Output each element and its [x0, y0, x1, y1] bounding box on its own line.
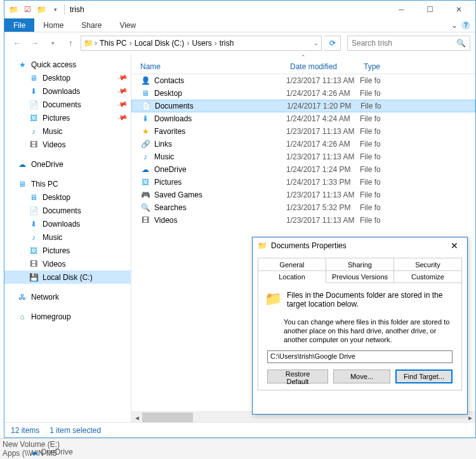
file-name: Videos [154, 216, 177, 225]
music-icon: ♪ [140, 152, 150, 162]
sidebar-homegroup[interactable]: ⌂Homegroup [4, 310, 131, 323]
file-row[interactable]: 📄Documents1/24/2017 1:20 PMFile fo [131, 100, 475, 112]
file-row[interactable]: ★Favorites1/23/2017 11:13 AMFile fo [131, 125, 475, 138]
desktop-icon: 🖥 [140, 88, 150, 98]
pictures-icon: 🖼 [140, 177, 150, 187]
chevron-right-icon[interactable]: › [187, 39, 189, 48]
file-type: File fo [360, 152, 475, 161]
address-bar[interactable]: 📁 › This PC › Local Disk (C:) › Users › … [81, 36, 322, 51]
pc-icon: 🖥 [17, 179, 27, 189]
scroll-thumb[interactable] [142, 413, 193, 422]
file-row[interactable]: 🔍Searches1/23/2017 5:32 PMFile fo [131, 201, 475, 214]
file-row[interactable]: 🔗Links1/24/2017 4:26 AMFile fo [131, 138, 475, 150]
navigation-pane: ★Quick access 🖥Desktop📌 ⬇Downloads📌 📄Doc… [4, 54, 131, 422]
favorites-icon: ★ [140, 126, 150, 136]
file-row[interactable]: 🖥Desktop1/24/2017 4:26 AMFile fo [131, 87, 475, 100]
recent-dropdown-icon[interactable]: ▾ [45, 36, 60, 51]
minimize-button[interactable]: ─ [387, 1, 416, 18]
scroll-left-icon[interactable]: ◂ [131, 412, 142, 422]
file-row[interactable]: 🖼Pictures1/24/2017 1:33 PMFile fo [131, 176, 475, 189]
file-date: 1/23/2017 11:13 AM [286, 127, 360, 136]
sidebar-videos[interactable]: 🎞Videos [4, 138, 131, 151]
file-row[interactable]: ⬇Downloads1/24/2017 4:24 AMFile fo [131, 112, 475, 125]
qat-newfolder-icon[interactable]: 📁 [35, 3, 48, 16]
qat-properties-icon[interactable]: ☑ [21, 3, 34, 16]
sidebar-pc-pictures[interactable]: 🖼Pictures [4, 244, 131, 257]
tab-security[interactable]: Security [394, 258, 462, 270]
breadcrumb-users[interactable]: Users [190, 39, 213, 48]
pin-icon: 📌 [117, 85, 129, 96]
chevron-right-icon[interactable]: › [129, 39, 132, 48]
file-row[interactable]: ☁OneDrive1/24/2017 1:24 PMFile fo [131, 163, 475, 176]
qat-dropdown-icon[interactable]: ▾ [49, 3, 62, 16]
sidebar-onedrive[interactable]: ☁OneDrive [4, 157, 131, 171]
tab-previous-versions[interactable]: Previous Versions [326, 270, 394, 283]
view-tab[interactable]: View [110, 18, 145, 32]
pin-icon: 📌 [117, 72, 129, 83]
tab-sharing[interactable]: Sharing [326, 258, 394, 270]
search-icon[interactable]: 🔍 [456, 39, 466, 48]
file-name: Saved Games [154, 190, 202, 199]
file-date: 1/23/2017 5:32 PM [286, 203, 360, 212]
maximize-button[interactable]: ☐ [416, 1, 444, 18]
chevron-right-icon[interactable]: › [95, 39, 97, 48]
restore-default-button[interactable]: Restore Default [267, 369, 328, 383]
file-row[interactable]: 🎞Videos1/23/2017 11:13 AMFile fo [131, 214, 475, 227]
sidebar-pictures[interactable]: 🖼Pictures📌 [4, 111, 131, 124]
tab-location[interactable]: Location [258, 270, 326, 283]
links-icon: 🔗 [140, 139, 150, 149]
refresh-button[interactable]: ⟳ [324, 36, 341, 51]
back-button[interactable]: ← [10, 36, 25, 51]
breadcrumb-trish[interactable]: trish [218, 39, 235, 48]
find-target-button[interactable]: Find Target... [395, 369, 453, 383]
column-name[interactable]: Name [131, 59, 286, 74]
location-path-input[interactable]: C:\Users\trish\Google Drive [267, 350, 453, 363]
sidebar-pc-desktop[interactable]: 🖥Desktop [4, 190, 131, 204]
column-date[interactable]: Date modified [286, 59, 360, 74]
column-type[interactable]: Type [360, 59, 475, 74]
chevron-right-icon[interactable]: › [215, 39, 217, 48]
sidebar-pc-downloads[interactable]: ⬇Downloads [4, 217, 131, 230]
close-button[interactable]: ✕ [444, 1, 473, 18]
quick-access[interactable]: ★Quick access [4, 58, 131, 71]
ribbon: File Home Share View ⌄ ? [4, 18, 475, 32]
location-info-text: Files in the Documents folder are stored… [287, 291, 455, 309]
help-icon[interactable]: ? [461, 21, 470, 30]
up-button[interactable]: ↑ [63, 36, 78, 51]
file-tab[interactable]: File [4, 18, 34, 32]
sidebar-local-disk[interactable]: 💾Local Disk (C:) [4, 270, 131, 284]
share-tab[interactable]: Share [72, 18, 110, 32]
file-row[interactable]: 👤Contacts1/23/2017 11:13 AMFile fo [131, 74, 475, 87]
sidebar-documents[interactable]: 📄Documents📌 [4, 98, 131, 111]
status-bar: 12 items 1 item selected [4, 422, 475, 437]
file-row[interactable]: 🎮Saved Games1/23/2017 11:13 AMFile fo [131, 189, 475, 201]
file-type: File fo [360, 127, 475, 136]
sidebar-desktop[interactable]: 🖥Desktop📌 [4, 71, 131, 84]
forward-button[interactable]: → [27, 36, 43, 51]
dialog-close-button[interactable]: ✕ [447, 239, 462, 252]
file-row[interactable]: ♪Music1/23/2017 11:13 AMFile fo [131, 150, 475, 163]
savedgames-icon: 🎮 [140, 190, 150, 200]
music-icon: ♪ [29, 126, 39, 136]
desktop-icon: 🖥 [29, 192, 39, 203]
home-tab[interactable]: Home [34, 18, 72, 32]
sidebar-pc-documents[interactable]: 📄Documents [4, 204, 131, 217]
file-date: 1/23/2017 11:13 AM [286, 152, 360, 161]
desktop-icon: 🖥 [29, 73, 39, 83]
sidebar-music[interactable]: ♪Music [4, 124, 131, 138]
sidebar-thispc[interactable]: 🖥This PC [4, 177, 131, 190]
tab-customize[interactable]: Customize [394, 270, 462, 283]
tab-general[interactable]: General [258, 258, 326, 270]
sidebar-downloads[interactable]: ⬇Downloads📌 [4, 84, 131, 98]
sidebar-pc-music[interactable]: ♪Music [4, 230, 131, 244]
move-button[interactable]: Move... [333, 369, 390, 383]
address-dropdown-icon[interactable]: ⌄ [314, 40, 319, 46]
dialog-titlebar: 📁 Documents Properties ✕ [253, 237, 467, 254]
file-name: Documents [155, 102, 194, 110]
ribbon-expand-icon[interactable]: ⌄ [451, 21, 458, 30]
sidebar-pc-videos[interactable]: 🎞Videos [4, 257, 131, 270]
breadcrumb-drive[interactable]: Local Disk (C:) [133, 39, 186, 48]
breadcrumb-thispc[interactable]: This PC [98, 39, 128, 48]
search-box[interactable]: Search trish 🔍 [347, 36, 470, 51]
sidebar-network[interactable]: 🖧Network [4, 290, 131, 303]
